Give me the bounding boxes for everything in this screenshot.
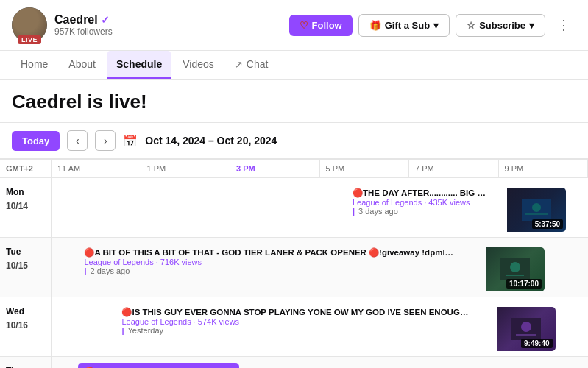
- star-icon: ☆: [467, 20, 475, 31]
- date-range: Oct 14, 2024 – Oct 20, 2024: [145, 135, 277, 146]
- svg-rect-2: [525, 213, 548, 215]
- event-title-wed: 🔴IS THIS GUY EVER GONNA STOP PLAYING YON…: [121, 307, 470, 317]
- nav-schedule[interactable]: Schedule: [107, 51, 171, 79]
- nav-videos[interactable]: Videos: [174, 51, 223, 79]
- time-header: GMT+2 11 AM 1 PM 3 PM 5 PM 7 PM 9 PM: [0, 159, 588, 178]
- svg-point-7: [521, 322, 531, 332]
- day-row-wed: Wed 10/16 🔴IS THIS GUY EVER GONNA STOP P…: [0, 297, 588, 357]
- timezone-label: GMT+2: [0, 160, 52, 177]
- subscribe-button[interactable]: ☆ Subscribe ▾: [456, 14, 545, 37]
- nav-home[interactable]: Home: [12, 51, 57, 79]
- today-button[interactable]: Today: [12, 131, 60, 151]
- header: LIVE Caedrel ✓ 957K followers ♡ Follow 🎁…: [0, 0, 588, 51]
- svg-rect-8: [516, 334, 536, 336]
- nav-chat[interactable]: ↗ Chat: [226, 51, 277, 79]
- day-label-tue: Tue 10/15: [0, 238, 52, 297]
- svg-point-4: [510, 262, 520, 272]
- schedule-grid: GMT+2 11 AM 1 PM 3 PM 5 PM 7 PM 9 PM Mon…: [0, 159, 588, 368]
- duration-badge-tue: 10:17:00: [506, 279, 542, 289]
- header-actions: ♡ Follow 🎁 Gift a Sub ▾ ☆ Subscribe ▾ ⋮: [289, 14, 576, 37]
- duration-badge-mon: 5:37:50: [532, 219, 563, 229]
- event-thu-live[interactable]: 🔴 WORLDS 2024 QUARTERFINALS - LN League …: [78, 363, 239, 368]
- avatar-wrap: LIVE: [12, 7, 47, 43]
- nav-bar: Home About Schedule Videos ↗ Chat: [0, 51, 588, 80]
- day-row-thu: Thu 10/17 🔴 WORLDS 2024 QUARTERFINALS - …: [0, 357, 588, 368]
- page-title: Caedrel is live!: [12, 91, 576, 113]
- event-thumbnail-mon: 5:37:50: [507, 188, 566, 232]
- external-link-icon: ↗: [235, 59, 243, 70]
- event-title-mon: 🔴THE DAY AFTER............ BIG PACE NEW …: [353, 188, 487, 198]
- day-content-tue: 🔴A BIT OF THIS A BIT OF THAT - GOD TIER …: [52, 238, 588, 297]
- time-slot-4: 5 PM: [320, 160, 410, 177]
- chevron-down-icon: ▾: [433, 20, 439, 31]
- event-timeago-tue: 2 days ago: [84, 266, 516, 275]
- svg-point-1: [532, 203, 541, 212]
- day-row-mon: Mon 10/14 🔴THE DAY AFTER............ BIG…: [0, 178, 588, 238]
- day-content-thu: 🔴 WORLDS 2024 QUARTERFINALS - LN League …: [52, 357, 588, 368]
- event-thumbnail-tue: 10:17:00: [486, 247, 545, 291]
- verified-icon: ✓: [101, 14, 110, 26]
- event-game-tue: League of Legends · 716K views: [84, 258, 516, 266]
- time-slots: 11 AM 1 PM 3 PM 5 PM 7 PM 9 PM: [52, 160, 588, 177]
- day-content-mon: 🔴THE DAY AFTER............ BIG PACE NEW …: [52, 178, 588, 237]
- event-title-tue: 🔴A BIT OF THIS A BIT OF THAT - GOD TIER …: [84, 247, 453, 258]
- time-slot-6: 9 PM: [499, 160, 589, 177]
- day-label-mon: Mon 10/14: [0, 178, 52, 237]
- chevron-down-icon: ▾: [529, 20, 534, 31]
- event-thumbnail-wed: 9:49:40: [497, 307, 556, 351]
- follow-button[interactable]: ♡ Follow: [289, 15, 353, 36]
- time-slot-2: 1 PM: [141, 160, 231, 177]
- calendar-icon: 📅: [123, 134, 138, 148]
- svg-rect-5: [506, 275, 524, 276]
- event-timeago-wed: Yesterday: [121, 326, 533, 335]
- event-tue[interactable]: 🔴A BIT OF THIS A BIT OF THAT - GOD TIER …: [78, 244, 550, 288]
- header-left: LIVE Caedrel ✓ 957K followers: [12, 7, 113, 43]
- time-slot-1: 11 AM: [52, 160, 141, 177]
- page-title-area: Caedrel is live!: [0, 80, 588, 123]
- gift-sub-button[interactable]: 🎁 Gift a Sub ▾: [358, 14, 450, 37]
- duration-badge-wed: 9:49:40: [521, 339, 552, 348]
- event-game-wed: League of Legends · 574K views: [121, 317, 533, 326]
- next-week-button[interactable]: ›: [95, 130, 116, 151]
- more-options-button[interactable]: ⋮: [551, 14, 576, 36]
- followers-count: 957K followers: [54, 26, 113, 37]
- channel-info: Caedrel ✓ 957K followers: [54, 13, 113, 37]
- prev-week-button[interactable]: ‹: [67, 130, 88, 151]
- event-wed[interactable]: 🔴IS THIS GUY EVER GONNA STOP PLAYING YON…: [116, 303, 561, 347]
- channel-name: Caedrel ✓: [54, 13, 113, 26]
- live-badge: LIVE: [18, 35, 41, 44]
- time-slot-3: 3 PM: [230, 160, 320, 177]
- day-content-wed: 🔴IS THIS GUY EVER GONNA STOP PLAYING YON…: [52, 297, 588, 356]
- time-slot-5: 7 PM: [409, 160, 499, 177]
- day-row-tue: Tue 10/15 🔴A BIT OF THIS A BIT OF THAT -…: [0, 238, 588, 297]
- calendar-toolbar: Today ‹ › 📅 Oct 14, 2024 – Oct 20, 2024: [0, 123, 588, 159]
- gift-icon: 🎁: [369, 20, 381, 31]
- day-label-wed: Wed 10/16: [0, 297, 52, 356]
- nav-about[interactable]: About: [60, 51, 105, 79]
- day-label-thu: Thu 10/17: [0, 357, 52, 368]
- heart-icon: ♡: [300, 20, 308, 31]
- event-mon[interactable]: 🔴THE DAY AFTER............ BIG PACE NEW …: [347, 184, 572, 228]
